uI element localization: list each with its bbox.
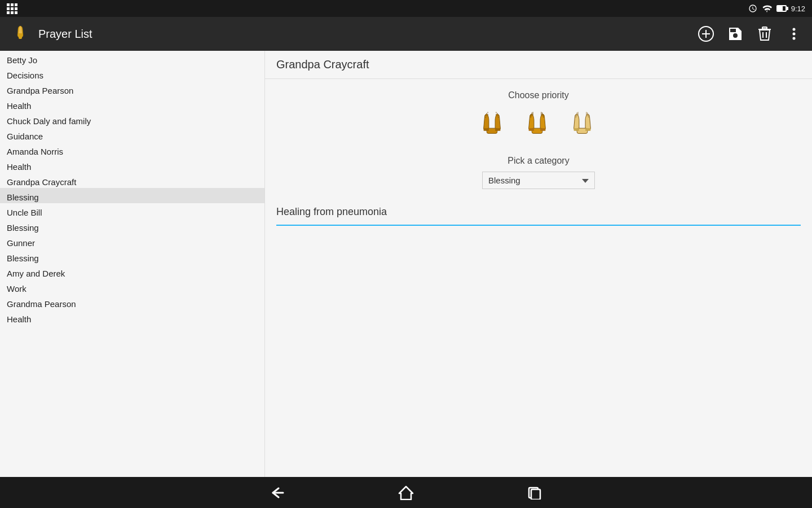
priority-label: Choose priority xyxy=(276,90,801,100)
prayer-list-item[interactable]: Blessing xyxy=(0,188,264,203)
home-nav-button[interactable] xyxy=(398,485,414,500)
add-icon xyxy=(698,26,714,42)
prayer-list-item[interactable]: Betty Jo xyxy=(0,51,264,66)
category-value: Blessing xyxy=(488,176,520,185)
prayer-item-name: Guidance xyxy=(7,132,258,141)
status-left xyxy=(7,3,17,14)
prayer-list-item[interactable]: Health xyxy=(0,97,264,112)
prayer-input-line xyxy=(276,225,801,226)
prayer-list-item[interactable]: Blessing xyxy=(0,249,264,264)
grid-icon xyxy=(7,3,17,14)
home-icon xyxy=(398,485,414,500)
svg-rect-18 xyxy=(484,128,489,131)
svg-point-9 xyxy=(793,33,796,36)
svg-rect-28 xyxy=(540,128,545,131)
prayer-list-item[interactable]: Work xyxy=(0,279,264,295)
prayer-list-item[interactable]: Grandma Pearson xyxy=(0,295,264,310)
prayer-item-name: Blessing xyxy=(7,253,258,263)
prayer-item-name: Work xyxy=(7,284,258,294)
main-content: Betty JoDecisionsGrandpa PearsonHealthCh… xyxy=(0,51,812,477)
delete-button[interactable] xyxy=(756,25,774,43)
save-button[interactable] xyxy=(726,25,744,43)
app-logo-icon xyxy=(9,23,32,45)
status-time: 9:12 xyxy=(791,5,805,13)
prayer-list-item[interactable]: Health xyxy=(0,157,264,173)
prayer-item-name: Blessing xyxy=(7,192,258,202)
recents-icon xyxy=(527,486,542,500)
prayer-list-item[interactable]: Guidance xyxy=(0,127,264,142)
prayer-item-name: Amanda Norris xyxy=(7,147,258,156)
prayer-list-item[interactable]: Health xyxy=(0,310,264,325)
svg-rect-0 xyxy=(19,36,22,39)
detail-person-name: Grandpa Craycraft xyxy=(276,58,369,71)
prayer-item-name: Grandma Pearson xyxy=(7,299,258,309)
prayer-item-name: Blessing xyxy=(7,223,258,233)
prayer-list-item[interactable]: Decisions xyxy=(0,66,264,81)
prayer-item-name: Health xyxy=(7,162,258,172)
back-nav-button[interactable] xyxy=(270,486,285,500)
svg-rect-42 xyxy=(531,489,540,500)
prayer-list-item[interactable]: Amanda Norris xyxy=(0,142,264,157)
alarm-icon xyxy=(748,4,757,13)
prayer-item-name: Betty Jo xyxy=(7,55,258,65)
prayer-list-item[interactable]: Grandpa Pearson xyxy=(0,81,264,97)
more-icon xyxy=(792,27,796,41)
dropdown-arrow-icon xyxy=(582,177,589,184)
prayer-item-name: Decisions xyxy=(7,71,258,80)
bottom-nav xyxy=(0,477,812,508)
svg-rect-36 xyxy=(574,128,579,131)
status-right: 9:12 xyxy=(748,4,805,13)
prayer-list-item[interactable]: Amy and Derek xyxy=(0,264,264,279)
prayer-item-name: Grandpa Pearson xyxy=(7,86,258,95)
svg-rect-5 xyxy=(762,27,767,29)
wifi-icon xyxy=(762,5,772,12)
prayer-item-name: Health xyxy=(7,314,258,324)
prayer-list-panel[interactable]: Betty JoDecisionsGrandpa PearsonHealthCh… xyxy=(0,51,265,477)
prayer-list-item[interactable]: Gunner xyxy=(0,234,264,249)
prayer-list-item[interactable]: Blessing xyxy=(0,218,264,234)
status-bar: 9:12 xyxy=(0,0,812,17)
detail-name-bar: Grandpa Craycraft xyxy=(265,51,812,79)
more-button[interactable] xyxy=(785,25,803,43)
priority-medium[interactable] xyxy=(519,107,558,147)
svg-rect-19 xyxy=(495,128,500,131)
svg-rect-27 xyxy=(529,128,534,131)
svg-marker-38 xyxy=(582,179,589,183)
prayer-text: Healing from pneumonia xyxy=(276,206,801,222)
category-label: Pick a category xyxy=(276,156,801,166)
detail-body: Choose priority xyxy=(265,79,812,477)
app-title: Prayer List xyxy=(38,28,697,41)
prayer-list-item[interactable]: Grandpa Craycraft xyxy=(0,173,264,188)
add-button[interactable] xyxy=(697,25,715,43)
prayer-item-name: Health xyxy=(7,101,258,111)
detail-panel: Grandpa Craycraft Choose priority xyxy=(265,51,812,477)
svg-rect-37 xyxy=(585,128,590,131)
save-icon xyxy=(728,27,743,41)
prayer-list-item[interactable]: Chuck Daly and family xyxy=(0,112,264,127)
battery-icon xyxy=(776,5,787,12)
svg-point-10 xyxy=(793,37,796,40)
prayer-list-item[interactable]: Uncle Bill xyxy=(0,203,264,218)
recents-nav-button[interactable] xyxy=(527,486,542,500)
svg-point-8 xyxy=(793,28,796,31)
priority-low[interactable] xyxy=(564,107,603,147)
trash-icon xyxy=(758,27,771,41)
app-bar: Prayer List xyxy=(0,17,812,51)
prayer-item-name: Grandpa Craycraft xyxy=(7,177,258,187)
svg-marker-40 xyxy=(399,487,413,500)
prayer-item-name: Chuck Daly and family xyxy=(7,116,258,126)
toolbar-actions xyxy=(697,25,803,43)
prayer-text-area: Healing from pneumonia xyxy=(276,206,801,229)
prayer-item-name: Amy and Derek xyxy=(7,269,258,278)
category-dropdown[interactable]: Blessing xyxy=(482,172,595,189)
priority-icons xyxy=(276,107,801,147)
prayer-item-name: Uncle Bill xyxy=(7,208,258,217)
back-icon xyxy=(270,486,285,500)
priority-high[interactable] xyxy=(474,107,513,147)
prayer-item-name: Gunner xyxy=(7,238,258,248)
